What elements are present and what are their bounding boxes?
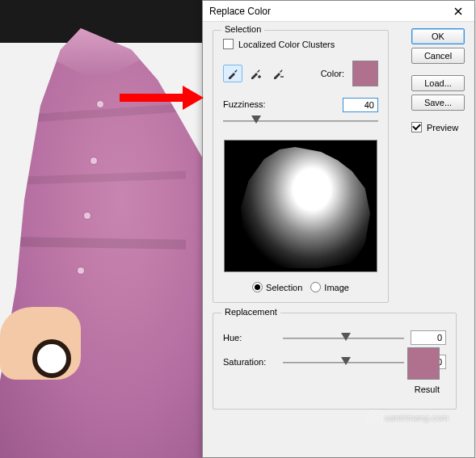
close-button[interactable]: [442, 1, 474, 22]
localized-clusters-checkbox[interactable]: [223, 39, 234, 49]
radio-selection-label: Selection: [266, 283, 302, 292]
color-label: Color:: [321, 69, 344, 78]
replacement-legend: Replacement: [221, 307, 280, 317]
radio-image[interactable]: [310, 282, 321, 292]
fuzziness-thumb[interactable]: [251, 116, 261, 124]
preview-checkbox[interactable]: [411, 122, 422, 132]
close-icon: [454, 7, 462, 15]
replacement-group: Replacement Hue: Saturation:: [213, 313, 457, 410]
saturation-label: Saturation:: [223, 357, 276, 367]
result-color-swatch[interactable]: [407, 347, 440, 380]
eyedropper-plus-icon: [249, 67, 262, 80]
annotation-arrow: [120, 87, 209, 110]
selection-group: Selection Localized Color Clusters Color…: [213, 30, 389, 303]
dialog-side-buttons: OK Cancel Load... Save... Preview: [411, 28, 465, 132]
dialog-titlebar[interactable]: Replace Color: [203, 1, 474, 22]
selection-legend: Selection: [221, 24, 264, 34]
localized-clusters-label: Localized Color Clusters: [238, 40, 335, 49]
cancel-button[interactable]: Cancel: [411, 48, 465, 64]
hue-input[interactable]: [411, 330, 446, 345]
radio-image-label: Image: [324, 283, 349, 292]
hue-slider[interactable]: [283, 331, 404, 346]
subject-watch: [32, 339, 71, 378]
save-button[interactable]: Save...: [411, 95, 465, 111]
saturation-thumb[interactable]: [341, 357, 351, 365]
eyedropper-icon: [226, 67, 239, 80]
replace-color-dialog: Replace Color OK Cancel Load... Save... …: [202, 0, 475, 458]
fuzziness-input[interactable]: [343, 98, 378, 112]
radio-selection-option[interactable]: Selection: [252, 282, 302, 292]
app-chrome-strip: [0, 0, 202, 43]
fuzziness-label: Fuzziness:: [223, 99, 343, 109]
selection-color-swatch[interactable]: [352, 61, 378, 86]
preview-label: Preview: [427, 123, 458, 132]
eyedropper-add-tool[interactable]: [246, 65, 265, 82]
load-button[interactable]: Load...: [411, 75, 465, 91]
hue-thumb[interactable]: [341, 333, 351, 341]
eyedropper-minus-icon: [272, 67, 284, 80]
eyedropper-subtract-tool[interactable]: [268, 65, 288, 82]
saturation-slider[interactable]: [283, 355, 404, 370]
canvas-background: [0, 0, 202, 458]
eyedropper-tool[interactable]: [223, 65, 242, 82]
radio-image-option[interactable]: Image: [310, 282, 349, 292]
dialog-title: Replace Color: [209, 6, 442, 17]
fuzziness-slider[interactable]: [223, 114, 378, 128]
hue-label: Hue:: [223, 333, 276, 342]
result-label: Result: [415, 384, 440, 394]
selection-preview[interactable]: [224, 140, 377, 272]
radio-selection[interactable]: [252, 282, 263, 292]
ok-button[interactable]: OK: [411, 28, 465, 44]
preview-mask: [241, 147, 370, 268]
